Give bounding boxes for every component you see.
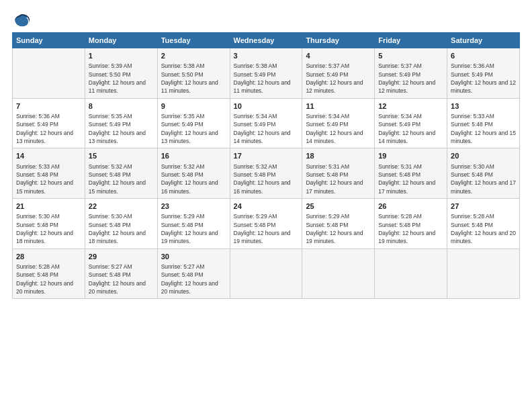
- calendar-cell: 25Sunrise: 5:29 AMSunset: 5:48 PMDayligh…: [302, 198, 375, 248]
- day-detail: Sunrise: 5:30 AMSunset: 5:48 PMDaylight:…: [16, 212, 81, 245]
- calendar-cell: 15Sunrise: 5:32 AMSunset: 5:48 PMDayligh…: [85, 148, 157, 199]
- calendar-cell: [375, 248, 447, 299]
- calendar-cell: 16Sunrise: 5:32 AMSunset: 5:48 PMDayligh…: [157, 148, 230, 199]
- calendar-cell: 4Sunrise: 5:37 AMSunset: 5:49 PMDaylight…: [302, 48, 375, 99]
- calendar-cell: 14Sunrise: 5:33 AMSunset: 5:48 PMDayligh…: [13, 148, 85, 199]
- day-detail: Sunrise: 5:29 AMSunset: 5:48 PMDaylight:…: [161, 212, 226, 245]
- day-detail: Sunrise: 5:34 AMSunset: 5:49 PMDaylight:…: [378, 112, 443, 145]
- calendar-cell: 23Sunrise: 5:29 AMSunset: 5:48 PMDayligh…: [157, 198, 230, 248]
- day-detail: Sunrise: 5:37 AMSunset: 5:49 PMDaylight:…: [378, 62, 443, 95]
- day-header-monday: Monday: [85, 33, 157, 48]
- day-number: 20: [451, 151, 516, 161]
- day-number: 21: [16, 201, 81, 212]
- day-number: 14: [16, 151, 81, 161]
- calendar-cell: 20Sunrise: 5:30 AMSunset: 5:48 PMDayligh…: [447, 148, 520, 199]
- calendar-cell: [302, 248, 375, 299]
- day-number: 25: [306, 201, 371, 212]
- day-number: 22: [89, 201, 154, 212]
- day-number: 28: [16, 252, 81, 262]
- calendar-cell: 12Sunrise: 5:34 AMSunset: 5:49 PMDayligh…: [375, 98, 447, 148]
- calendar-cell: 21Sunrise: 5:30 AMSunset: 5:48 PMDayligh…: [13, 198, 85, 248]
- calendar-cell: 5Sunrise: 5:37 AMSunset: 5:49 PMDaylight…: [375, 48, 447, 99]
- day-number: 18: [306, 151, 371, 161]
- day-detail: Sunrise: 5:36 AMSunset: 5:49 PMDaylight:…: [16, 112, 81, 145]
- calendar-cell: 3Sunrise: 5:38 AMSunset: 5:49 PMDaylight…: [230, 48, 302, 99]
- day-detail: Sunrise: 5:36 AMSunset: 5:49 PMDaylight:…: [451, 62, 516, 95]
- page: SundayMondayTuesdayWednesdayThursdayFrid…: [0, 0, 532, 411]
- calendar-cell: 6Sunrise: 5:36 AMSunset: 5:49 PMDaylight…: [447, 48, 520, 99]
- calendar-cell: 17Sunrise: 5:32 AMSunset: 5:48 PMDayligh…: [230, 148, 302, 199]
- day-number: 17: [234, 151, 299, 161]
- day-detail: Sunrise: 5:32 AMSunset: 5:48 PMDaylight:…: [161, 163, 226, 195]
- week-row-4: 21Sunrise: 5:30 AMSunset: 5:48 PMDayligh…: [13, 198, 520, 248]
- day-detail: Sunrise: 5:35 AMSunset: 5:49 PMDaylight:…: [161, 112, 226, 145]
- day-detail: Sunrise: 5:29 AMSunset: 5:48 PMDaylight:…: [234, 212, 299, 245]
- day-detail: Sunrise: 5:28 AMSunset: 5:48 PMDaylight:…: [451, 212, 516, 245]
- day-number: 6: [451, 51, 516, 61]
- calendar-cell: 11Sunrise: 5:34 AMSunset: 5:49 PMDayligh…: [302, 98, 375, 148]
- day-detail: Sunrise: 5:35 AMSunset: 5:49 PMDaylight:…: [89, 112, 154, 145]
- calendar-cell: 30Sunrise: 5:27 AMSunset: 5:48 PMDayligh…: [157, 248, 230, 299]
- day-detail: Sunrise: 5:27 AMSunset: 5:48 PMDaylight:…: [161, 263, 226, 295]
- day-detail: Sunrise: 5:28 AMSunset: 5:48 PMDaylight:…: [16, 263, 81, 295]
- week-row-2: 7Sunrise: 5:36 AMSunset: 5:49 PMDaylight…: [13, 98, 520, 148]
- day-detail: Sunrise: 5:32 AMSunset: 5:48 PMDaylight:…: [89, 163, 154, 195]
- day-number: 24: [234, 201, 299, 212]
- day-detail: Sunrise: 5:31 AMSunset: 5:48 PMDaylight:…: [378, 163, 443, 195]
- day-number: 30: [161, 252, 226, 262]
- calendar-cell: [230, 248, 302, 299]
- day-detail: Sunrise: 5:29 AMSunset: 5:48 PMDaylight:…: [306, 212, 371, 245]
- calendar-cell: [13, 48, 85, 99]
- calendar-cell: 8Sunrise: 5:35 AMSunset: 5:49 PMDaylight…: [85, 98, 157, 148]
- day-number: 1: [89, 51, 154, 61]
- day-detail: Sunrise: 5:33 AMSunset: 5:48 PMDaylight:…: [451, 112, 516, 145]
- day-detail: Sunrise: 5:28 AMSunset: 5:48 PMDaylight:…: [378, 212, 443, 245]
- day-number: 23: [161, 201, 226, 212]
- day-detail: Sunrise: 5:32 AMSunset: 5:48 PMDaylight:…: [234, 163, 299, 195]
- day-number: 27: [451, 201, 516, 212]
- day-number: 26: [378, 201, 443, 212]
- day-number: 11: [306, 101, 371, 111]
- calendar-table: SundayMondayTuesdayWednesdayThursdayFrid…: [12, 32, 520, 299]
- calendar-cell: 19Sunrise: 5:31 AMSunset: 5:48 PMDayligh…: [375, 148, 447, 199]
- logo: [12, 12, 34, 31]
- calendar-cell: 2Sunrise: 5:38 AMSunset: 5:50 PMDaylight…: [157, 48, 230, 99]
- day-detail: Sunrise: 5:27 AMSunset: 5:48 PMDaylight:…: [89, 263, 154, 295]
- day-number: 3: [234, 51, 299, 61]
- week-row-3: 14Sunrise: 5:33 AMSunset: 5:48 PMDayligh…: [13, 148, 520, 199]
- day-header-friday: Friday: [375, 33, 447, 48]
- day-detail: Sunrise: 5:38 AMSunset: 5:50 PMDaylight:…: [161, 62, 226, 95]
- day-number: 16: [161, 151, 226, 161]
- calendar-cell: 7Sunrise: 5:36 AMSunset: 5:49 PMDaylight…: [13, 98, 85, 148]
- day-detail: Sunrise: 5:30 AMSunset: 5:48 PMDaylight:…: [89, 212, 154, 245]
- calendar-cell: 9Sunrise: 5:35 AMSunset: 5:49 PMDaylight…: [157, 98, 230, 148]
- day-number: 7: [16, 101, 81, 111]
- day-detail: Sunrise: 5:34 AMSunset: 5:49 PMDaylight:…: [234, 112, 299, 145]
- day-number: 19: [378, 151, 443, 161]
- day-number: 10: [234, 101, 299, 111]
- week-row-1: 1Sunrise: 5:39 AMSunset: 5:50 PMDaylight…: [13, 48, 520, 99]
- calendar-cell: 13Sunrise: 5:33 AMSunset: 5:48 PMDayligh…: [447, 98, 520, 148]
- day-number: 5: [378, 51, 443, 61]
- calendar-cell: 24Sunrise: 5:29 AMSunset: 5:48 PMDayligh…: [230, 198, 302, 248]
- day-header-thursday: Thursday: [302, 33, 375, 48]
- day-number: 15: [89, 151, 154, 161]
- day-detail: Sunrise: 5:34 AMSunset: 5:49 PMDaylight:…: [306, 112, 371, 145]
- day-number: 2: [161, 51, 226, 61]
- day-detail: Sunrise: 5:31 AMSunset: 5:48 PMDaylight:…: [306, 163, 371, 195]
- calendar-cell: [447, 248, 520, 299]
- week-row-5: 28Sunrise: 5:28 AMSunset: 5:48 PMDayligh…: [13, 248, 520, 299]
- day-detail: Sunrise: 5:30 AMSunset: 5:48 PMDaylight:…: [451, 163, 516, 195]
- day-detail: Sunrise: 5:39 AMSunset: 5:50 PMDaylight:…: [89, 62, 154, 95]
- calendar-cell: 10Sunrise: 5:34 AMSunset: 5:49 PMDayligh…: [230, 98, 302, 148]
- calendar-cell: 1Sunrise: 5:39 AMSunset: 5:50 PMDaylight…: [85, 48, 157, 99]
- day-number: 12: [378, 101, 443, 111]
- day-detail: Sunrise: 5:33 AMSunset: 5:48 PMDaylight:…: [16, 163, 81, 195]
- day-detail: Sunrise: 5:38 AMSunset: 5:49 PMDaylight:…: [234, 62, 299, 95]
- header: [12, 12, 520, 31]
- header-row: SundayMondayTuesdayWednesdayThursdayFrid…: [13, 33, 520, 48]
- day-detail: Sunrise: 5:37 AMSunset: 5:49 PMDaylight:…: [306, 62, 371, 95]
- calendar-cell: 22Sunrise: 5:30 AMSunset: 5:48 PMDayligh…: [85, 198, 157, 248]
- day-header-saturday: Saturday: [447, 33, 520, 48]
- day-header-wednesday: Wednesday: [230, 33, 302, 48]
